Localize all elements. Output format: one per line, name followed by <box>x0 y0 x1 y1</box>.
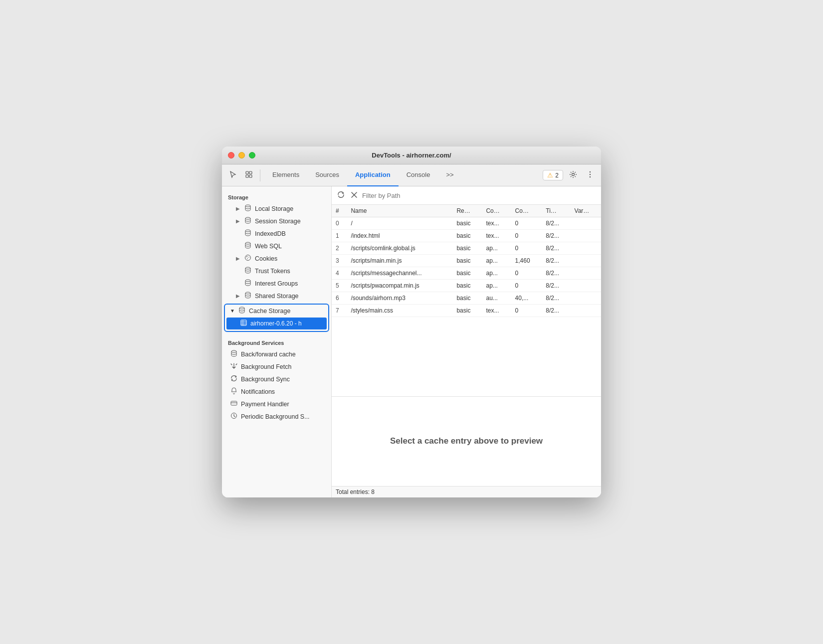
cell-re: basic <box>452 230 482 242</box>
warning-badge[interactable]: ⚠ 2 <box>543 170 563 180</box>
cell-co2: 40,... <box>511 292 542 305</box>
titlebar: DevTools - airhorner.com/ <box>222 147 601 164</box>
shared-storage-icon <box>244 292 252 300</box>
cell-co2: 0 <box>511 242 542 255</box>
table-row[interactable]: 5 /scripts/pwacompat.min.js basic ap... … <box>332 280 601 292</box>
background-sync-icon <box>230 375 238 383</box>
sidebar-item-shared-storage[interactable]: ▶ Shared Storage <box>222 290 331 302</box>
more-options-icon-btn[interactable] <box>583 168 597 182</box>
cell-name: /scripts/comlink.global.js <box>347 242 452 255</box>
table-row[interactable]: 6 /sounds/airhorn.mp3 basic au... 40,...… <box>332 292 601 305</box>
cell-re: basic <box>452 242 482 255</box>
preview-text: Select a cache entry above to preview <box>390 436 543 446</box>
cell-name: /sounds/airhorn.mp3 <box>347 292 452 305</box>
sidebar-item-interest-groups[interactable]: ▶ Interest Groups <box>222 277 331 290</box>
clear-button[interactable] <box>349 190 359 201</box>
table-row[interactable]: 4 /scripts/messagechannel... basic ap...… <box>332 267 601 280</box>
tab-console[interactable]: Console <box>399 164 438 186</box>
tab-application[interactable]: Application <box>347 164 399 186</box>
sidebar-item-back-forward-cache[interactable]: Back/forward cache <box>222 348 331 360</box>
cell-ti: 8/2... <box>542 267 570 280</box>
status-bar: Total entries: 8 <box>332 486 601 497</box>
cell-co1: ap... <box>482 267 511 280</box>
tab-elements[interactable]: Elements <box>264 164 307 186</box>
cell-co2: 1,460 <box>511 255 542 267</box>
svg-point-7 <box>590 176 591 177</box>
toolbar: Elements Sources Application Console >> … <box>222 164 601 186</box>
warning-count: 2 <box>555 172 559 179</box>
cache-entry-icon <box>239 320 247 327</box>
sidebar-item-payment-handler[interactable]: Payment Handler <box>222 398 331 410</box>
svg-point-4 <box>572 173 575 175</box>
cell-re: basic <box>452 217 482 230</box>
svg-point-12 <box>245 255 251 261</box>
cell-num: 6 <box>332 292 347 305</box>
svg-point-9 <box>245 217 250 219</box>
inspect-icon-btn[interactable] <box>242 168 256 182</box>
col-header-re: Re… <box>452 205 482 217</box>
sidebar-item-cache-entry[interactable]: airhorner-0.6.20 - h <box>226 318 327 329</box>
traffic-lights <box>228 152 255 159</box>
sidebar-item-label: airhorner-0.6.20 - h <box>250 320 323 327</box>
sidebar-item-label: Notifications <box>241 388 327 395</box>
sidebar-item-label: Background Sync <box>241 376 327 383</box>
settings-icon-btn[interactable] <box>566 168 580 182</box>
sidebar-item-background-fetch[interactable]: Background Fetch <box>222 360 331 373</box>
sidebar-item-web-sql[interactable]: ▶ Web SQL <box>222 240 331 252</box>
tab-more[interactable]: >> <box>438 164 461 186</box>
table-row[interactable]: 7 /styles/main.css basic tex... 0 8/2... <box>332 305 601 317</box>
sidebar-item-label: Payment Handler <box>241 401 327 408</box>
chevron-right-icon: ▶ <box>236 293 241 299</box>
back-forward-cache-icon <box>230 350 238 358</box>
table-row[interactable]: 2 /scripts/comlink.global.js basic ap...… <box>332 242 601 255</box>
cell-co1: ap... <box>482 255 511 267</box>
cell-var <box>571 305 601 317</box>
sidebar-item-local-storage[interactable]: ▶ Local Storage <box>222 202 331 215</box>
cell-var <box>571 292 601 305</box>
close-button[interactable] <box>228 152 234 159</box>
cell-ti: 8/2... <box>542 230 570 242</box>
maximize-button[interactable] <box>249 152 255 159</box>
toolbar-right: ⚠ 2 <box>543 168 597 182</box>
cell-num: 3 <box>332 255 347 267</box>
svg-rect-26 <box>231 401 237 405</box>
window-title: DevTools - airhorner.com/ <box>372 152 451 159</box>
sidebar-item-background-sync[interactable]: Background Sync <box>222 373 331 385</box>
col-header-var: Var… <box>571 205 601 217</box>
cell-co1: au... <box>482 292 511 305</box>
table-row[interactable]: 0 / basic tex... 0 8/2... <box>332 217 601 230</box>
cell-num: 0 <box>332 217 347 230</box>
cell-co2: 0 <box>511 267 542 280</box>
cursor-icon-btn[interactable] <box>226 168 240 182</box>
sidebar-item-trust-tokens[interactable]: ▶ Trust Tokens <box>222 265 331 277</box>
status-text: Total entries: 8 <box>336 488 375 495</box>
cell-co2: 0 <box>511 230 542 242</box>
cell-name: /styles/main.css <box>347 305 452 317</box>
sidebar-item-session-storage[interactable]: ▶ Session Storage <box>222 215 331 227</box>
cell-var <box>571 267 601 280</box>
sidebar-item-cookies[interactable]: ▶ Cookies <box>222 252 331 265</box>
cookies-icon <box>244 254 252 263</box>
table-row[interactable]: 1 /index.html basic tex... 0 8/2... <box>332 230 601 242</box>
refresh-button[interactable] <box>336 189 346 201</box>
cell-re: basic <box>452 267 482 280</box>
sidebar-item-periodic-background[interactable]: Periodic Background S... <box>222 410 331 423</box>
table-row[interactable]: 3 /scripts/main.min.js basic ap... 1,460… <box>332 255 601 267</box>
notifications-icon <box>230 387 238 396</box>
minimize-button[interactable] <box>238 152 245 159</box>
cell-num: 7 <box>332 305 347 317</box>
tab-sources[interactable]: Sources <box>307 164 347 186</box>
chevron-right-icon: ▶ <box>236 256 241 261</box>
sidebar-item-indexeddb[interactable]: ▶ IndexedDB <box>222 227 331 240</box>
main-panel: # Name Re… Co… Co… Ti… Var… 0 / basic te… <box>332 186 601 497</box>
cell-var <box>571 217 601 230</box>
cell-co2: 0 <box>511 305 542 317</box>
preview-area: Select a cache entry above to preview <box>332 396 601 486</box>
cell-ti: 8/2... <box>542 255 570 267</box>
sidebar-item-label: Back/forward cache <box>241 351 327 358</box>
filter-input[interactable] <box>362 192 597 199</box>
sidebar-item-cache-storage[interactable]: ▼ Cache Storage <box>225 305 328 317</box>
cell-var <box>571 230 601 242</box>
sidebar-item-notifications[interactable]: Notifications <box>222 385 331 398</box>
background-services-label: Background Services <box>222 336 331 348</box>
